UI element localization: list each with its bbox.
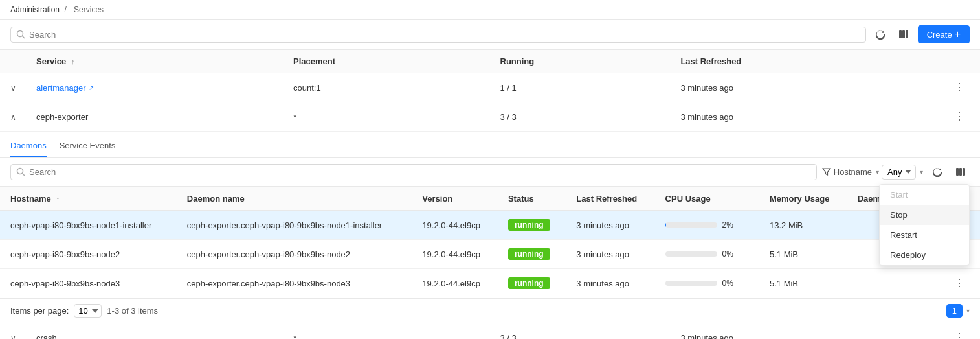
daemon-memory-cell: 5.1 MiB <box>759 240 847 269</box>
daemon-last-refreshed-cell: 3 minutes ago <box>566 240 654 269</box>
context-menu-stop[interactable]: Stop <box>880 205 969 225</box>
daemon-cpu-cell: 0% <box>655 240 759 269</box>
expand-cell: ∨ <box>0 323 26 340</box>
th-service-name[interactable]: Service ↑ <box>26 50 283 73</box>
tab-daemons[interactable]: Daemons <box>10 135 47 157</box>
table-row: ∧ ceph-exporter * 3 / 3 3 minutes ago ⋮ <box>0 102 980 132</box>
daemon-name-cell: ceph-exporter.ceph-vpap-i80-9bx9bs-node3 <box>177 269 412 298</box>
th-hostname-label: Hostname <box>10 194 51 204</box>
daemons-expanded-row: Daemons Service Events Hostname ▾ <box>0 132 980 323</box>
table-row: ∨ alertmanager ↗ count:1 1 / 1 3 minutes… <box>0 73 980 102</box>
daemon-hostname-cell: ceph-vpap-i80-9bx9bs-node2 <box>0 240 177 269</box>
refresh-button[interactable] <box>871 25 889 43</box>
daemon-actions-cell: ⋮ Start Stop <box>939 211 980 240</box>
filter-extra-chevron: ▾ <box>920 169 923 176</box>
daemon-table-body: ceph-vpap-i80-9bx9bs-node1-installer cep… <box>0 211 980 298</box>
breadcrumb-admin[interactable]: Administration <box>10 5 60 14</box>
daemon-search-icon <box>16 167 25 176</box>
daemon-refresh-button[interactable] <box>928 163 946 181</box>
th-version: Version <box>412 187 498 211</box>
svg-rect-7 <box>956 168 959 176</box>
daemon-memory-cell: 5.1 MiB <box>759 269 847 298</box>
service-name-cell: alertmanager ↗ <box>26 73 283 102</box>
context-menu: Start Stop Restart <box>879 184 970 266</box>
daemon-search-input[interactable] <box>29 167 811 177</box>
columns-button[interactable] <box>895 25 913 43</box>
hostname-filter-label: Hostname <box>834 167 872 177</box>
cpu-bar: 2% <box>665 220 749 229</box>
svg-line-1 <box>23 36 25 39</box>
svg-rect-9 <box>963 168 965 176</box>
svg-rect-3 <box>902 30 905 38</box>
alertmanager-actions-button[interactable]: ⋮ <box>949 80 970 95</box>
external-link-icon: ↗ <box>89 84 94 91</box>
crash-label: crash <box>36 333 57 340</box>
cpu-label: 2% <box>722 220 741 229</box>
pagination-row: Items per page: 10 25 50 1-3 of 3 items … <box>0 298 980 323</box>
page-1-button[interactable]: 1 <box>946 304 963 318</box>
row-actions: ⋮ <box>949 330 970 339</box>
sort-icon-service: ↑ <box>71 58 75 65</box>
daemons-tabs: Daemons Service Events <box>0 132 980 158</box>
placement-cell: * <box>283 323 489 340</box>
last-refreshed-cell: 3 minutes ago <box>670 102 939 132</box>
th-status: Status <box>498 187 566 211</box>
search-icon <box>16 30 25 39</box>
daemon-status-cell: running <box>498 240 566 269</box>
toolbar-right: Create + <box>871 25 970 43</box>
daemon-columns-icon <box>955 167 966 177</box>
th-daemon-last-refreshed: Last Refreshed <box>566 187 654 211</box>
alertmanager-link[interactable]: alertmanager ↗ <box>36 83 273 93</box>
cpu-bar: 0% <box>665 279 749 288</box>
top-toolbar: Create + <box>0 20 980 49</box>
ceph-exporter-actions-button[interactable]: ⋮ <box>949 109 970 124</box>
service-search-input[interactable] <box>29 30 860 40</box>
expand-cell: ∧ <box>0 102 26 132</box>
expand-alertmanager-button[interactable]: ∨ <box>10 84 16 93</box>
page-size-select[interactable]: 10 25 50 <box>74 304 102 318</box>
crash-actions-button[interactable]: ⋮ <box>949 330 970 339</box>
context-menu-redeploy[interactable]: Redeploy <box>880 245 969 265</box>
daemon-status-cell: running <box>498 211 566 240</box>
th-service-label: Service <box>36 56 66 66</box>
hostname-filter-select[interactable]: Any <box>882 165 916 180</box>
service-name-cell: crash <box>26 323 283 340</box>
th-last-refreshed: Last Refreshed <box>670 50 939 73</box>
tab-service-events[interactable]: Service Events <box>60 135 116 157</box>
daemon-refresh-icon <box>932 167 942 177</box>
context-menu-start[interactable]: Start <box>880 185 969 205</box>
placement-cell: count:1 <box>283 73 489 102</box>
daemons-expanded-cell: Daemons Service Events Hostname ▾ <box>0 132 980 323</box>
start-label: Start <box>890 190 908 200</box>
cpu-bar-fill <box>665 222 667 228</box>
daemon-table-header: Hostname ↑ Daemon name Version Status La… <box>0 187 980 211</box>
running-cell: 1 / 1 <box>490 73 671 102</box>
daemon-hostname-cell: ceph-vpap-i80-9bx9bs-node1-installer <box>0 211 177 240</box>
svg-rect-2 <box>899 30 902 38</box>
expand-ceph-exporter-button[interactable]: ∧ <box>10 113 16 122</box>
services-table-header: Service ↑ Placement Running Last Refresh… <box>0 50 980 73</box>
services-table: Service ↑ Placement Running Last Refresh… <box>0 49 980 339</box>
filter-icon <box>822 167 831 176</box>
th-cpu-usage: CPU Usage <box>655 187 759 211</box>
stop-label: Stop <box>890 210 908 220</box>
columns-icon <box>898 29 909 40</box>
context-menu-restart[interactable]: Restart <box>880 225 969 245</box>
last-refreshed-cell: 3 minutes ago <box>670 323 939 340</box>
daemon-events-cell <box>847 269 939 298</box>
expand-crash-button[interactable]: ∨ <box>10 334 16 340</box>
create-button[interactable]: Create + <box>918 25 970 43</box>
daemon-columns-button[interactable] <box>952 163 970 181</box>
running-cell: 3 / 3 <box>490 102 671 132</box>
actions-cell: ⋮ <box>939 323 980 340</box>
daemon-memory-cell: 13.2 MiB <box>759 211 847 240</box>
expand-cell: ∨ <box>0 73 26 102</box>
hostname-chevron-icon: ▾ <box>876 169 879 176</box>
pagination-right: 1 ▾ <box>946 304 970 318</box>
cpu-label: 0% <box>722 250 741 259</box>
daemon-hostname-cell: ceph-vpap-i80-9bx9bs-node3 <box>0 269 177 298</box>
create-label: Create <box>927 30 952 40</box>
cpu-bar-bg <box>665 222 717 228</box>
th-hostname[interactable]: Hostname ↑ <box>0 187 177 211</box>
daemon3-actions-button[interactable]: ⋮ <box>949 275 970 291</box>
